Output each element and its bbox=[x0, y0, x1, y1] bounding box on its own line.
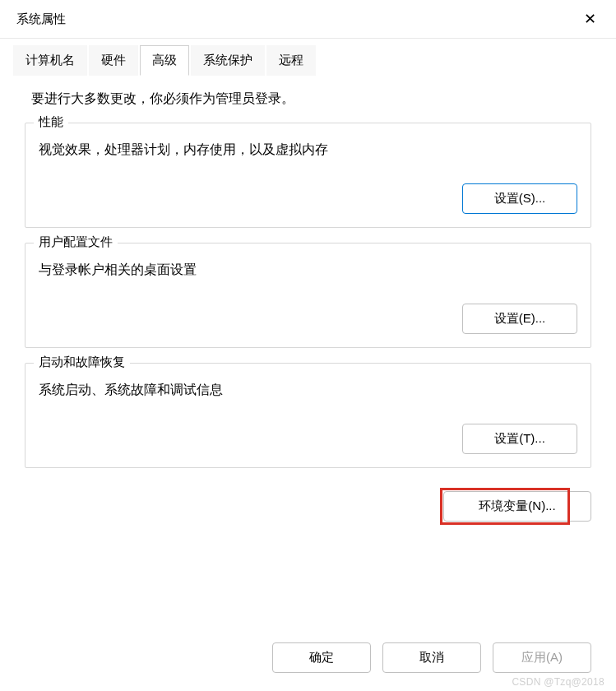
group-profiles: 用户配置文件 与登录帐户相关的桌面设置 设置(E)... bbox=[25, 243, 591, 348]
intro-text: 要进行大多数更改，你必须作为管理员登录。 bbox=[31, 90, 591, 108]
environment-variables-button[interactable]: 环境变量(N)... bbox=[443, 491, 591, 522]
tab-advanced[interactable]: 高级 bbox=[140, 45, 189, 76]
ok-button[interactable]: 确定 bbox=[272, 642, 371, 673]
group-profiles-desc: 与登录帐户相关的桌面设置 bbox=[39, 262, 577, 279]
content-area: 要进行大多数更改，你必须作为管理员登录。 性能 视觉效果，处理器计划，内存使用，… bbox=[0, 76, 616, 530]
performance-settings-button[interactable]: 设置(S)... bbox=[462, 183, 577, 214]
group-startup-desc: 系统启动、系统故障和调试信息 bbox=[39, 382, 577, 399]
group-profiles-legend: 用户配置文件 bbox=[34, 234, 118, 250]
group-performance: 性能 视觉效果，处理器计划，内存使用，以及虚拟内存 设置(S)... bbox=[25, 123, 591, 228]
group-startup: 启动和故障恢复 系统启动、系统故障和调试信息 设置(T)... bbox=[25, 363, 591, 468]
close-icon[interactable]: ✕ bbox=[577, 8, 603, 30]
env-row: 环境变量(N)... bbox=[25, 491, 591, 522]
titlebar: 系统属性 ✕ bbox=[0, 0, 616, 39]
tab-system-protect[interactable]: 系统保护 bbox=[191, 45, 265, 76]
watermark: CSDN @Tzq@2018 bbox=[512, 676, 604, 688]
tab-computer-name[interactable]: 计算机名 bbox=[13, 45, 87, 76]
profiles-settings-button[interactable]: 设置(E)... bbox=[462, 304, 577, 334]
group-startup-legend: 启动和故障恢复 bbox=[34, 355, 130, 370]
startup-settings-button[interactable]: 设置(T)... bbox=[462, 424, 577, 454]
footer-buttons: 确定 取消 应用(A) bbox=[272, 642, 591, 673]
tab-remote[interactable]: 远程 bbox=[266, 45, 316, 76]
group-performance-legend: 性能 bbox=[34, 114, 68, 130]
group-performance-desc: 视觉效果，处理器计划，内存使用，以及虚拟内存 bbox=[39, 141, 577, 159]
cancel-button[interactable]: 取消 bbox=[382, 642, 481, 673]
tab-row: 计算机名 硬件 高级 系统保护 远程 bbox=[0, 39, 616, 76]
apply-button[interactable]: 应用(A) bbox=[493, 642, 591, 673]
window-title: 系统属性 bbox=[16, 12, 66, 27]
tab-hardware[interactable]: 硬件 bbox=[89, 45, 138, 76]
